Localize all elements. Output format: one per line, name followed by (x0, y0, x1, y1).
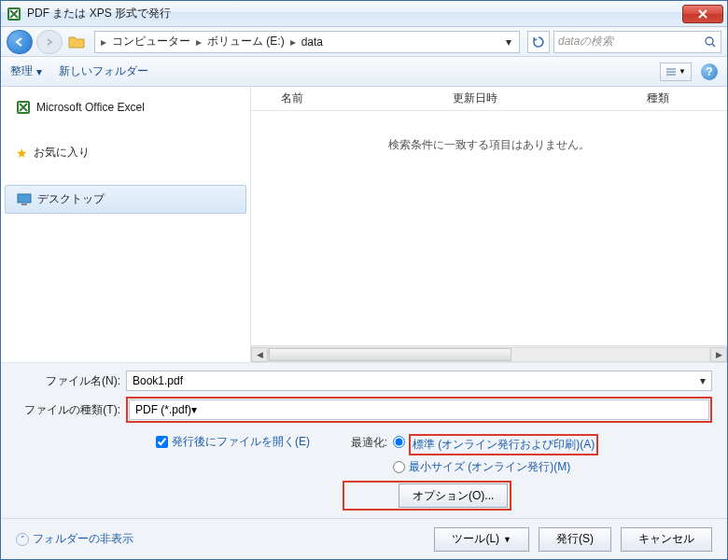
options-row: 発行後にファイルを開く(E) 最適化: 標準 (オンライン発行および印刷)(A) (16, 434, 712, 511)
folder-icon (66, 33, 87, 51)
optimize-radio-group: 標準 (オンライン発行および印刷)(A) 最小サイズ (オンライン発行)(M) (393, 434, 598, 475)
close-button[interactable] (682, 5, 723, 23)
chevron-down-icon: ▼ (503, 535, 511, 544)
highlight-standard: 標準 (オンライン発行および印刷)(A) (409, 434, 598, 455)
chevron-up-icon: ˄ (16, 533, 29, 546)
horizontal-scrollbar[interactable]: ◀ ▶ (251, 345, 727, 362)
scroll-right-button[interactable]: ▶ (710, 347, 727, 362)
highlight-options-button: オプション(O)... (343, 481, 511, 511)
footer: ˄ フォルダーの非表示 ツール(L) ▼ 発行(S) キャンセル (1, 518, 727, 559)
tools-menu[interactable]: ツール(L) ▼ (434, 527, 529, 552)
sidebar-item-label: お気に入り (34, 145, 90, 161)
help-button[interactable]: ? (701, 63, 718, 80)
sidebar-item-label: デスクトップ (37, 191, 105, 207)
chevron-down-icon[interactable]: ▾ (700, 374, 706, 387)
chevron-down-icon: ▼ (679, 67, 686, 76)
optimize-label: 最適化: (343, 434, 387, 451)
nav-forward-button[interactable] (36, 30, 63, 54)
optimize-standard-label: 標準 (オンライン発行および印刷)(A) (413, 438, 595, 451)
filename-input[interactable]: Book1.pdf ▾ (126, 371, 712, 391)
save-dialog-window: PDF または XPS 形式で発行 ▸ コンピューター ▸ ボリューム (E:)… (0, 0, 728, 560)
breadcrumb-item[interactable]: コンピューター (108, 34, 194, 49)
svg-point-2 (706, 37, 713, 45)
filetype-select[interactable]: PDF (*.pdf) ▾ (129, 399, 709, 420)
optimize-standard-radio[interactable] (393, 436, 405, 448)
chevron-right-icon: ▸ (99, 35, 108, 49)
organize-menu[interactable]: 整理 ▾ (10, 63, 42, 79)
body: Microsoft Office Excel ★ お気に入り デスクトップ 名前… (1, 87, 727, 362)
options-button[interactable]: オプション(O)... (399, 483, 508, 508)
column-modified[interactable]: 更新日時 (453, 91, 497, 106)
chevron-down-icon[interactable]: ▾ (191, 403, 197, 416)
column-headers[interactable]: 名前 更新日時 種類 (251, 87, 727, 111)
nav-back-button[interactable] (7, 30, 33, 54)
chevron-right-icon: ▸ (288, 35, 298, 49)
scroll-thumb[interactable] (269, 348, 511, 361)
filetype-label: ファイルの種類(T): (16, 402, 120, 418)
list-view-icon (665, 67, 677, 77)
scroll-left-button[interactable]: ◀ (251, 347, 268, 362)
sidebar-item-excel[interactable]: Microsoft Office Excel (5, 94, 246, 120)
optimize-minimum-label: 最小サイズ (オンライン発行)(M) (409, 459, 570, 475)
titlebar: PDF または XPS 形式で発行 (1, 1, 727, 27)
publish-button[interactable]: 発行(S) (539, 527, 611, 552)
filename-row: ファイル名(N): Book1.pdf ▾ (16, 371, 712, 391)
filetype-row: ファイルの種類(T): PDF (*.pdf) ▾ (16, 397, 712, 423)
new-folder-button[interactable]: 新しいフォルダー (59, 63, 148, 79)
sidebar-item-label: Microsoft Office Excel (36, 101, 145, 114)
search-placeholder: dataの検索 (558, 34, 613, 49)
sidebar-item-favorites[interactable]: ★ お気に入り (5, 139, 246, 166)
form-area: ファイル名(N): Book1.pdf ▾ ファイルの種類(T): PDF (*… (1, 362, 727, 518)
open-after-label: 発行後にファイルを開く(E) (172, 434, 310, 450)
search-input[interactable]: dataの検索 (553, 31, 721, 53)
excel-icon (16, 100, 31, 115)
scroll-track[interactable] (268, 347, 710, 362)
star-icon: ★ (16, 146, 28, 161)
filename-label: ファイル名(N): (16, 373, 120, 389)
breadcrumb[interactable]: ▸ コンピューター ▸ ボリューム (E:) ▸ data ▾ (94, 31, 520, 53)
view-mode-button[interactable]: ▼ (660, 63, 692, 81)
sidebar: Microsoft Office Excel ★ お気に入り デスクトップ (1, 87, 251, 362)
hide-folders-button[interactable]: ˄ フォルダーの非表示 (16, 531, 133, 547)
svg-rect-10 (21, 203, 27, 205)
cancel-button[interactable]: キャンセル (621, 527, 712, 552)
breadcrumb-dropdown[interactable]: ▾ (502, 35, 515, 49)
desktop-icon (17, 193, 32, 206)
chevron-down-icon: ▾ (36, 65, 42, 78)
column-type[interactable]: 種類 (647, 91, 669, 106)
refresh-button[interactable] (527, 31, 550, 53)
file-list: 名前 更新日時 種類 検索条件に一致する項目はありません。 ◀ ▶ (251, 87, 727, 362)
sidebar-item-desktop[interactable]: デスクトップ (5, 185, 246, 214)
chevron-right-icon: ▸ (194, 35, 203, 49)
window-title: PDF または XPS 形式で発行 (27, 6, 682, 21)
svg-rect-9 (18, 194, 31, 203)
highlight-filetype: PDF (*.pdf) ▾ (126, 397, 712, 423)
navbar: ▸ コンピューター ▸ ボリューム (E:) ▸ data ▾ dataの検索 (1, 27, 727, 57)
optimize-minimum-radio[interactable] (393, 461, 405, 473)
empty-message: 検索条件に一致する項目はありません。 (251, 111, 727, 345)
column-name[interactable]: 名前 (281, 91, 303, 106)
svg-line-3 (712, 44, 715, 47)
app-icon (7, 7, 21, 21)
toolbar: 整理 ▾ 新しいフォルダー ▼ ? (1, 57, 727, 87)
search-icon (704, 35, 717, 49)
breadcrumb-item[interactable]: data (298, 35, 327, 49)
open-after-checkbox[interactable] (156, 436, 168, 448)
breadcrumb-item[interactable]: ボリューム (E:) (203, 34, 288, 49)
